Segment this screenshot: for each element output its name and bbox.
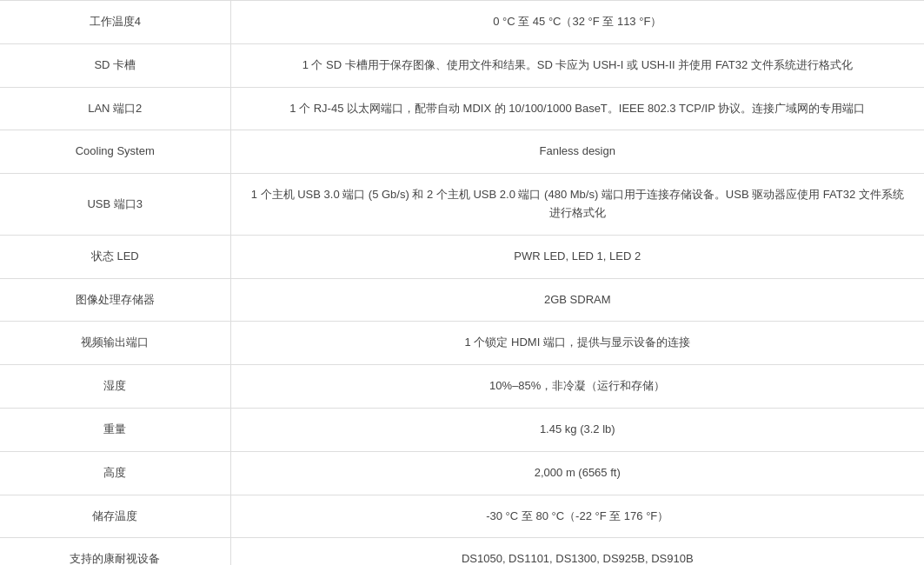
row-label: 高度	[0, 451, 230, 495]
table-row: 图像处理存储器2GB SDRAM	[0, 278, 924, 322]
table-row: Cooling SystemFanless design	[0, 130, 924, 174]
row-value: 1 个锁定 HDMI 端口，提供与显示设备的连接	[230, 322, 924, 365]
table-row: 视频输出端口1 个锁定 HDMI 端口，提供与显示设备的连接	[0, 322, 924, 365]
table-row: LAN 端口21 个 RJ-45 以太网端口，配带自动 MDIX 的 10/10…	[0, 87, 924, 130]
row-label: Cooling System	[0, 130, 230, 174]
row-value: 10%–85%，非冷凝（运行和存储）	[230, 365, 924, 409]
row-label: 湿度	[0, 365, 230, 409]
row-label: 工作温度4	[0, 1, 230, 44]
table-row: 支持的康耐视设备DS1050, DS1101, DS1300, DS925B, …	[0, 538, 924, 565]
row-value: Fanless design	[230, 130, 924, 174]
row-value: DS1050, DS1101, DS1300, DS925B, DS910B	[230, 538, 924, 565]
row-value: 1.45 kg (3.2 lb)	[230, 408, 924, 451]
spec-table: 工作温度40 °C 至 45 °C（32 °F 至 113 °F）SD 卡槽1 …	[0, 0, 924, 565]
row-label: 重量	[0, 408, 230, 451]
row-value: -30 °C 至 80 °C（-22 °F 至 176 °F）	[230, 495, 924, 538]
table-row: SD 卡槽1 个 SD 卡槽用于保存图像、使用文件和结果。SD 卡应为 USH-…	[0, 43, 924, 87]
row-value: 1 个 SD 卡槽用于保存图像、使用文件和结果。SD 卡应为 USH-I 或 U…	[230, 43, 924, 87]
table-row: 湿度10%–85%，非冷凝（运行和存储）	[0, 365, 924, 409]
row-label: 视频输出端口	[0, 322, 230, 365]
row-label: 储存温度	[0, 495, 230, 538]
table-row: 储存温度-30 °C 至 80 °C（-22 °F 至 176 °F）	[0, 495, 924, 538]
row-value: 2GB SDRAM	[230, 278, 924, 322]
row-label: SD 卡槽	[0, 43, 230, 87]
row-label: 状态 LED	[0, 235, 230, 278]
table-row: USB 端口31 个主机 USB 3.0 端口 (5 Gb/s) 和 2 个主机…	[0, 174, 924, 236]
row-value: 0 °C 至 45 °C（32 °F 至 113 °F）	[230, 1, 924, 44]
table-row: 高度2,000 m (6565 ft)	[0, 451, 924, 495]
row-value: 2,000 m (6565 ft)	[230, 451, 924, 495]
row-label: USB 端口3	[0, 174, 230, 236]
row-label: 支持的康耐视设备	[0, 538, 230, 565]
row-value: 1 个主机 USB 3.0 端口 (5 Gb/s) 和 2 个主机 USB 2.…	[230, 174, 924, 236]
row-label: LAN 端口2	[0, 87, 230, 130]
table-row: 状态 LEDPWR LED, LED 1, LED 2	[0, 235, 924, 278]
row-value: PWR LED, LED 1, LED 2	[230, 235, 924, 278]
table-row: 工作温度40 °C 至 45 °C（32 °F 至 113 °F）	[0, 1, 924, 44]
row-label: 图像处理存储器	[0, 278, 230, 322]
row-value: 1 个 RJ-45 以太网端口，配带自动 MDIX 的 10/100/1000 …	[230, 87, 924, 130]
table-row: 重量1.45 kg (3.2 lb)	[0, 408, 924, 451]
